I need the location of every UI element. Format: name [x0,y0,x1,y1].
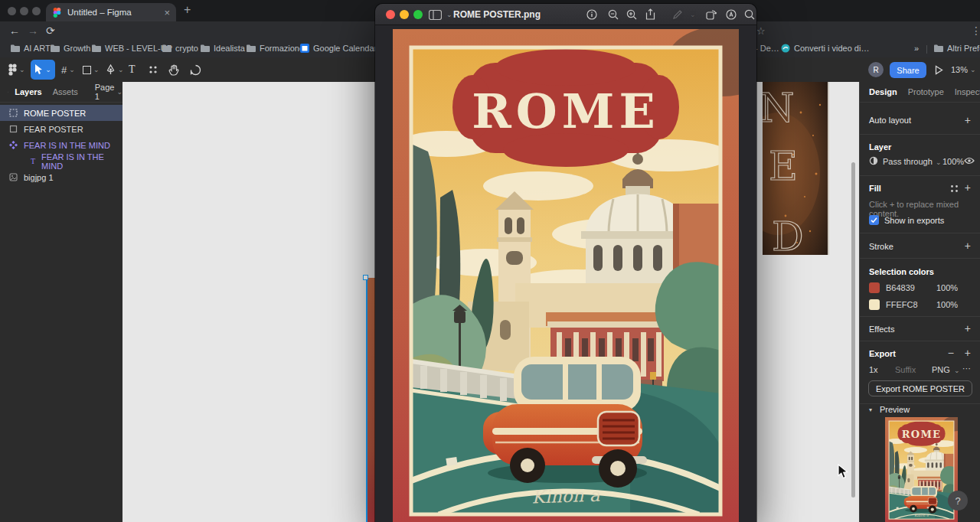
other-favorites[interactable]: Altri Preferiti [934,44,980,53]
markup-pencil-icon[interactable] [672,9,683,20]
add-fill-icon[interactable]: + [965,181,971,194]
color-swatch[interactable] [869,282,880,293]
preview-window[interactable]: ⌄ ROME POSTER.png ⌄ [375,4,756,522]
new-tab-button[interactable]: + [184,3,191,17]
color-swatch[interactable] [869,299,880,310]
tab-assets[interactable]: Assets [53,87,78,96]
search-icon[interactable] [744,9,755,20]
bookmark-item[interactable]: crypto [162,44,198,53]
text-tool-button[interactable]: T [129,57,136,82]
export-button[interactable]: Export ROME POSTER [868,380,972,396]
rotate-icon[interactable] [706,9,717,20]
show-in-exports-checkbox[interactable] [869,215,879,225]
bookmarks-overflow-icon[interactable]: » [914,44,919,53]
browser-menu-icon[interactable]: ⋮ [971,24,980,37]
chevron-down-icon[interactable]: ⌄ [446,11,452,18]
rectangle-icon [83,66,91,74]
add-effect-icon[interactable]: + [965,322,971,334]
browser-tab[interactable]: Untitled – Figma × [46,3,176,21]
back-icon[interactable]: ← [9,24,20,37]
fear-letter: N [763,85,795,131]
video-converter-icon [781,44,790,53]
chevron-down-icon[interactable]: ⌄ [690,11,696,18]
bookmark-item[interactable]: Formazione [247,44,304,53]
zoom-out-icon[interactable] [608,9,619,20]
window-close-button[interactable] [8,7,16,15]
hand-tool-button[interactable] [168,57,179,82]
visibility-eye-icon[interactable] [964,157,975,165]
comment-tool-button[interactable] [190,57,201,82]
pen-tool-button[interactable]: ⌄ [106,57,124,82]
layer-row[interactable]: FEAR POSTER [0,121,122,137]
color-hex[interactable]: FFEFC8 [886,300,918,309]
main-menu-button[interactable]: ⌄ [8,57,25,82]
canvas-scrollbar[interactable] [851,162,855,498]
layer-opacity-value[interactable]: 100% [942,157,964,166]
bookmark-star-icon[interactable]: ☆ [756,25,766,37]
folder-icon [51,44,60,52]
user-avatar[interactable]: R [868,62,884,77]
page-selector[interactable]: Page 1 [95,83,115,101]
tab-title: Untitled – Figma [67,8,164,17]
sidebar-toggle-icon[interactable] [429,10,442,20]
zoom-menu-button[interactable]: 13% ⌄ [951,57,976,82]
fear-poster-canvas-object[interactable]: N E D [763,82,829,255]
color-opacity[interactable]: 100% [936,283,958,292]
play-icon [935,65,943,75]
export-format[interactable]: PNG [932,365,950,374]
share-button[interactable]: Share [890,62,926,78]
forward-icon[interactable]: → [28,24,38,37]
export-options-icon[interactable]: ⋯ [962,364,972,374]
zoom-in-icon[interactable] [626,9,637,20]
color-hex[interactable]: B64839 [886,283,915,292]
help-button[interactable]: ? [948,491,968,511]
share-icon[interactable] [645,8,655,20]
folder-icon [201,44,210,52]
layer-row[interactable]: FEAR IS IN THE MIND [0,137,122,153]
layer-row[interactable]: bigjpg 1 [0,169,122,185]
layer-row[interactable]: T FEAR IS IN THE MIND [0,153,122,169]
frame-tool-button[interactable]: # ⌄ [61,57,75,82]
window-minimize-button[interactable] [20,7,28,15]
move-tool-button[interactable]: ⌄ [31,60,55,80]
add-stroke-icon[interactable]: + [965,240,971,252]
add-export-icon[interactable]: + [965,347,971,359]
remove-export-icon[interactable]: − [948,347,954,359]
blend-mode-icon[interactable] [869,156,878,165]
bookmark-item-partial[interactable]: - De… [755,44,779,53]
resources-tool-button[interactable] [148,57,158,82]
bookmark-item[interactable]: Converti i video di… [781,44,869,53]
blend-mode-value[interactable]: Pass through [883,157,933,166]
layer-section-label: Layer [869,142,891,152]
reload-icon[interactable]: ⟳ [46,24,55,37]
bookmark-item[interactable]: WEB - LEVEL-UP [92,44,172,53]
tab-prototype[interactable]: Prototype [908,87,944,96]
search-icon[interactable] [8,88,8,96]
layer-row[interactable]: ROME POSTER [0,105,122,121]
window-minimize-button[interactable] [400,10,409,19]
collapse-caret-icon[interactable]: ▾ [869,406,872,413]
color-opacity[interactable]: 100% [936,300,958,309]
bookmark-item[interactable]: Growth [51,44,90,53]
shape-tool-button[interactable]: ⌄ [83,57,100,82]
selection-handle[interactable] [363,275,368,280]
window-zoom-button[interactable] [413,10,423,19]
styles-icon[interactable] [950,184,959,193]
window-close-button[interactable] [386,10,395,19]
tab-layers[interactable]: Layers [15,87,41,96]
tab-inspect[interactable]: Inspect [955,87,980,96]
present-button[interactable] [935,57,943,82]
preview-titlebar[interactable]: ⌄ ROME POSTER.png ⌄ [375,4,756,25]
export-suffix-placeholder[interactable]: Suffix [895,365,916,374]
preview-section-label: Preview [880,405,910,414]
fear-letter: E [769,143,798,189]
window-zoom-button[interactable] [32,7,41,15]
markup-circle-icon[interactable] [726,9,737,20]
add-auto-layout-icon[interactable]: + [965,114,971,126]
export-scale[interactable]: 1x [869,365,878,374]
tab-design[interactable]: Design [869,87,897,96]
bookmark-item[interactable]: Idealista [201,44,245,53]
tab-close-icon[interactable]: × [164,7,170,18]
info-icon[interactable] [586,9,597,20]
bookmark-item[interactable]: AI ART [11,44,51,53]
